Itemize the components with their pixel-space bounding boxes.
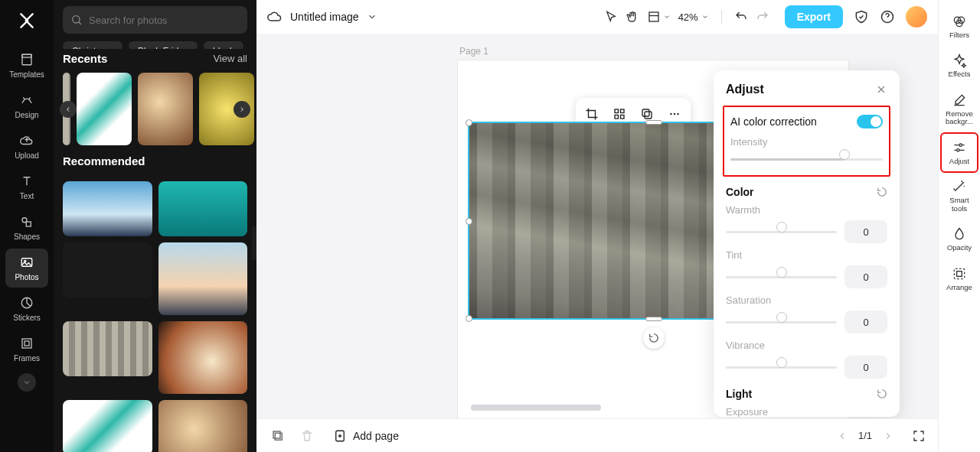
- resize-handle[interactable]: [645, 317, 662, 321]
- nav-label: Upload: [15, 151, 39, 160]
- recommended-thumb[interactable]: [158, 181, 248, 236]
- recommended-thumb[interactable]: [158, 400, 248, 452]
- tag-black-friday[interactable]: Black Friday: [129, 41, 198, 49]
- exposure-label: Exposure: [726, 406, 887, 417]
- svg-rect-6: [22, 339, 31, 348]
- app-logo[interactable]: [15, 9, 38, 32]
- recommended-thumb[interactable]: [158, 321, 248, 394]
- intensity-slider[interactable]: [730, 154, 883, 164]
- canvas-scrollbar[interactable]: [471, 405, 601, 411]
- vibrance-value[interactable]: 0: [844, 356, 887, 379]
- vibrance-label: Vibrance: [726, 340, 887, 351]
- undo-button[interactable]: [734, 10, 748, 24]
- rail-filters[interactable]: Filters: [942, 8, 977, 45]
- effects-icon: [952, 53, 967, 68]
- tint-value[interactable]: 0: [844, 265, 887, 288]
- doc-title-dropdown[interactable]: [367, 11, 377, 22]
- resize-handle[interactable]: [645, 120, 662, 125]
- rail-label: Remove backgr...: [942, 110, 977, 126]
- recents-view-all[interactable]: View all: [213, 53, 247, 64]
- doc-title[interactable]: Untitled image: [290, 11, 359, 23]
- resize-handle[interactable]: [466, 218, 472, 225]
- svg-point-26: [959, 144, 962, 146]
- search-input-wrap[interactable]: [63, 6, 247, 34]
- resize-handle[interactable]: [466, 315, 472, 322]
- nav-label: Photos: [15, 273, 38, 281]
- rail-arrange[interactable]: Arrange: [942, 260, 977, 298]
- nav-label: Text: [20, 192, 34, 200]
- nav-templates[interactable]: Templates: [5, 46, 48, 85]
- tint-slider[interactable]: [726, 272, 837, 282]
- intensity-label: Intensity: [730, 136, 883, 148]
- search-input[interactable]: [89, 15, 240, 26]
- recommended-thumb[interactable]: [63, 321, 152, 376]
- adjust-icon: [952, 140, 967, 155]
- recent-thumb[interactable]: [138, 73, 193, 145]
- redo-button[interactable]: [756, 10, 769, 24]
- close-adjust[interactable]: [875, 83, 887, 96]
- reset-color[interactable]: [877, 187, 887, 197]
- help-icon[interactable]: [880, 9, 895, 24]
- nav-photos[interactable]: Photos: [5, 249, 48, 288]
- svg-rect-3: [26, 222, 31, 226]
- rail-effects[interactable]: Effects: [942, 47, 977, 84]
- templates-icon: [19, 52, 34, 67]
- erase-icon: [952, 93, 967, 108]
- rail-adjust[interactable]: Adjust: [942, 134, 977, 171]
- pointer-tool[interactable]: [604, 10, 618, 24]
- prev-page[interactable]: [837, 431, 848, 441]
- nav-text[interactable]: Text: [5, 167, 48, 206]
- ai-color-toggle[interactable]: [857, 115, 883, 128]
- resize-handle[interactable]: [466, 119, 472, 126]
- cloud-icon[interactable]: [267, 9, 283, 24]
- crop-resize-dropdown[interactable]: [647, 10, 671, 24]
- rail-remove-bg[interactable]: Remove backgr...: [942, 86, 977, 132]
- zoom-value: 42%: [678, 11, 698, 23]
- vibrance-slider[interactable]: [726, 362, 837, 372]
- photos-icon: [19, 255, 34, 270]
- nav-upload[interactable]: Upload: [5, 127, 48, 166]
- shield-icon[interactable]: [854, 9, 869, 24]
- svg-rect-11: [615, 109, 619, 113]
- saturation-value[interactable]: 0: [844, 311, 887, 333]
- rail-label: Smart tools: [942, 197, 977, 213]
- rotate-handle[interactable]: [643, 327, 665, 349]
- nav-frames[interactable]: Frames: [5, 330, 48, 369]
- bottombar: Add page 1/1: [256, 418, 938, 452]
- recents-prev[interactable]: [60, 101, 77, 118]
- hand-tool[interactable]: [626, 10, 639, 24]
- svg-point-27: [957, 148, 959, 151]
- tag-christmas[interactable]: Christmas: [63, 41, 122, 49]
- recommended-thumb[interactable]: [63, 242, 152, 298]
- recommended-thumb[interactable]: [63, 181, 152, 236]
- nav-shapes[interactable]: Shapes: [5, 208, 48, 247]
- filters-icon: [952, 14, 967, 29]
- recent-thumb[interactable]: [77, 73, 132, 145]
- tag-black[interactable]: black: [204, 41, 243, 49]
- reset-light[interactable]: [877, 389, 887, 399]
- rail-opacity[interactable]: Opacity: [942, 220, 977, 258]
- nav-design[interactable]: Design: [5, 86, 48, 125]
- recommended-thumb[interactable]: [63, 400, 152, 452]
- page-label: Page 1: [459, 46, 488, 57]
- next-page[interactable]: [883, 431, 893, 441]
- saturation-slider[interactable]: [726, 317, 837, 327]
- rail-smart-tools[interactable]: Smart tools: [942, 173, 977, 219]
- recents-next[interactable]: [234, 101, 250, 118]
- text-icon: [19, 174, 34, 189]
- layers-button[interactable]: [269, 427, 287, 445]
- stickers-icon: [19, 295, 34, 311]
- canvas-area[interactable]: Page 1 Adjust: [256, 34, 938, 418]
- svg-point-18: [674, 113, 675, 115]
- user-avatar[interactable]: [906, 6, 927, 28]
- add-page-button[interactable]: Add page: [333, 429, 399, 443]
- param-warmth: Warmth 0: [726, 204, 887, 243]
- nav-stickers[interactable]: Stickers: [5, 289, 48, 328]
- export-button[interactable]: Export: [785, 5, 843, 28]
- recommended-thumb[interactable]: [158, 242, 248, 315]
- warmth-slider[interactable]: [726, 226, 837, 237]
- warmth-value[interactable]: 0: [844, 220, 887, 243]
- nav-more[interactable]: [18, 373, 36, 392]
- fullscreen-button[interactable]: [912, 429, 926, 443]
- zoom-level[interactable]: 42%: [678, 11, 709, 23]
